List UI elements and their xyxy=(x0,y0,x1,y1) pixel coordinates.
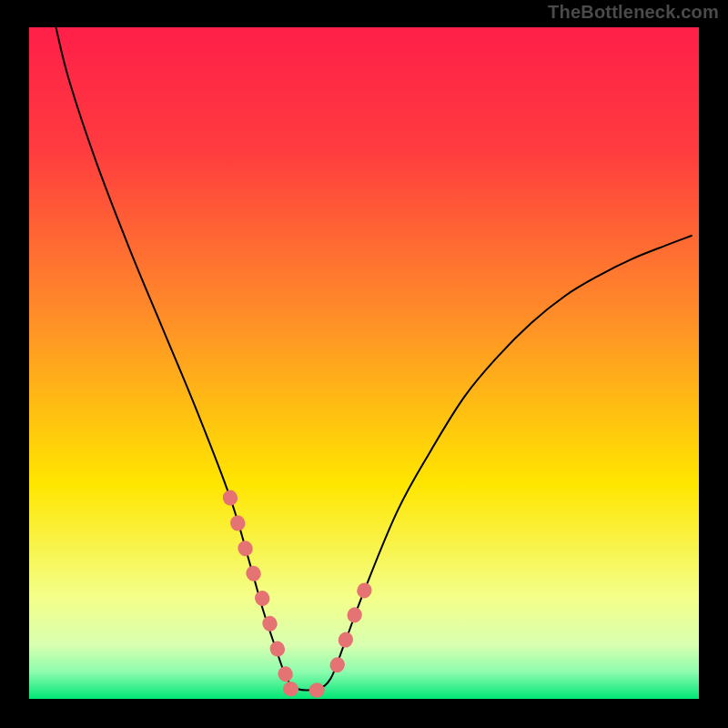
chart-frame: TheBottleneck.com xyxy=(0,0,728,728)
watermark-text: TheBottleneck.com xyxy=(548,2,719,23)
bottleneck-chart xyxy=(0,0,728,728)
